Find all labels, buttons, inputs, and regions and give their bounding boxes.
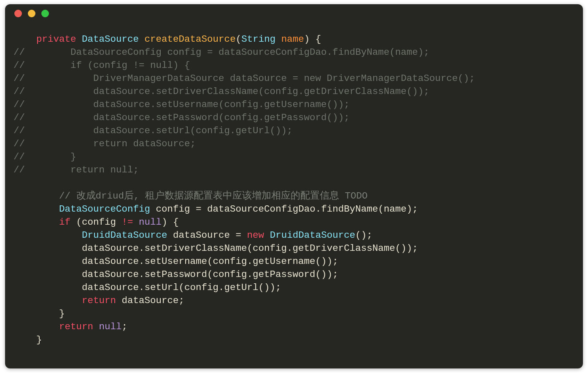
- type-datasource: DataSource: [82, 34, 139, 45]
- code-window: private DataSource createDataSource(Stri…: [5, 4, 583, 368]
- code-text: [133, 217, 139, 228]
- keyword-null: null: [139, 217, 162, 228]
- keyword-private: private: [36, 34, 76, 45]
- comment-line-1: // DataSourceConfig config = dataSourceC…: [13, 47, 429, 58]
- code-line: dataSource.setDriverClassName(config.get…: [82, 243, 418, 254]
- code-text: (config: [70, 217, 122, 228]
- traffic-maximize-icon[interactable]: [41, 10, 49, 17]
- comment-line-8: // return dataSource;: [13, 138, 196, 149]
- code-line: dataSource.setUsername(config.getUsernam…: [82, 256, 338, 267]
- brace-open: {: [310, 34, 321, 45]
- comment-line-7: // dataSource.setUrl(config.getUrl());: [13, 125, 293, 136]
- comment-line-10: // return null;: [13, 164, 139, 175]
- semicolon: ;: [122, 321, 128, 332]
- brace-close: }: [59, 308, 65, 319]
- keyword-return: return: [59, 321, 93, 332]
- code-line: dataSource.setPassword(config.getPasswor…: [82, 269, 338, 280]
- paren-close: ): [304, 34, 310, 45]
- comment-todo: // 改成driud后, 租户数据源配置表中应该增加相应的配置信息 TODO: [59, 191, 368, 202]
- code-text: ();: [355, 230, 372, 241]
- keyword-null: null: [99, 321, 122, 332]
- brace-close-method: }: [36, 334, 42, 345]
- comment-line-6: // dataSource.setPassword(config.getPass…: [13, 112, 350, 123]
- comment-line-3: // DriverManagerDataSource dataSource = …: [13, 73, 475, 84]
- code-text: dataSource =: [167, 230, 247, 241]
- traffic-close-icon[interactable]: [14, 10, 22, 17]
- code-area: private DataSource createDataSource(Stri…: [5, 23, 583, 368]
- keyword-new: new: [247, 230, 264, 241]
- type-string: String: [241, 34, 275, 45]
- keyword-if: if: [59, 217, 70, 228]
- method-name: createDataSource: [145, 34, 236, 45]
- comment-line-4: // dataSource.setDriverClassName(config.…: [13, 86, 429, 97]
- code-text: config = dataSourceConfigDao.findByName(…: [150, 204, 418, 215]
- comment-line-9: // }: [13, 151, 76, 162]
- code-text: ) {: [162, 217, 179, 228]
- operator-neq: !=: [122, 217, 133, 228]
- paren-open: (: [236, 34, 242, 45]
- code-text: [264, 230, 270, 241]
- code-text: [93, 321, 99, 332]
- keyword-return: return: [82, 295, 116, 306]
- traffic-minimize-icon[interactable]: [28, 10, 35, 17]
- code-text: dataSource;: [116, 295, 184, 306]
- comment-line-2: // if (config != null) {: [13, 60, 190, 71]
- type-dsconfig: DataSourceConfig: [59, 204, 150, 215]
- type-druid: DruidDataSource: [82, 230, 167, 241]
- type-druid-ctor: DruidDataSource: [270, 230, 356, 241]
- code-line: dataSource.setUrl(config.getUrl());: [82, 282, 281, 293]
- param-name: name: [281, 34, 304, 45]
- titlebar: [5, 4, 583, 23]
- comment-line-5: // dataSource.setUsername(config.getUser…: [13, 99, 350, 110]
